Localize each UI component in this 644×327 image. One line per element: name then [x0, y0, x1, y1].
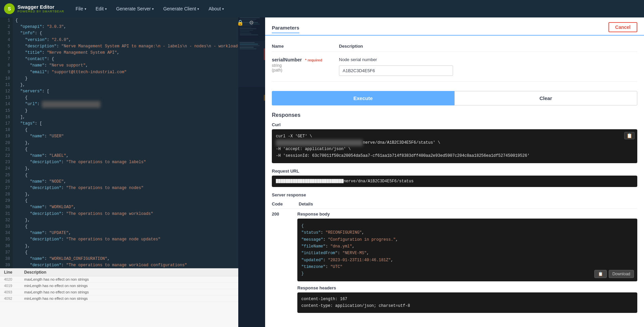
- svg-rect-8: [240, 28, 256, 29]
- param-name-label: serialNumber: [272, 57, 302, 62]
- rk-close-brace: }: [301, 271, 304, 276]
- svg-rect-17: [240, 47, 254, 48]
- request-url-blurred: ████████████████████████████: [276, 179, 344, 184]
- response-actions: 📋 Download: [594, 270, 634, 278]
- log-row: 4020maxLength has no effect on non strin…: [0, 276, 265, 283]
- param-name-value: serialNumber * required: [272, 57, 339, 62]
- col-description-header: Description: [339, 44, 637, 49]
- app-title: Swagger Editor: [17, 4, 64, 10]
- content-length-header: content-length: 167: [301, 297, 347, 301]
- log-row: 4019minLength has no effect on non strin…: [0, 283, 265, 289]
- curl-accept: -H 'accept: application/json' \: [276, 147, 351, 151]
- settings-icon[interactable]: ⚙: [248, 19, 255, 27]
- nav-file-arrow: ▾: [85, 7, 86, 11]
- params-table-header: Name Description: [272, 41, 637, 52]
- details-col-header: Details: [299, 201, 313, 206]
- cancel-button[interactable]: Cancel: [608, 22, 637, 32]
- log-row-desc: maxLength has no effect on non strings: [24, 277, 261, 281]
- curl-code-block: curl -X 'GET' \ ████████████████████████…: [272, 129, 637, 163]
- lock-icon[interactable]: 🔒: [236, 19, 245, 27]
- curl-command: curl -X 'GET' \: [276, 134, 312, 139]
- param-location: (path): [272, 68, 339, 73]
- responses-bottom-section: Responses Code Description Links: [272, 324, 637, 327]
- response-body-block: { "status": "RECONFIGURING", "message": …: [297, 219, 637, 281]
- request-url-block: ████████████████████████████nerve/dna/A1…: [272, 176, 637, 187]
- log-rows: 4020maxLength has no effect on non strin…: [0, 276, 265, 302]
- params-table: Name Description serialNumber * required…: [272, 41, 637, 82]
- rk-message: "message": [301, 237, 323, 242]
- responses-section-title: Responses: [272, 112, 637, 118]
- execute-area: Execute Clear: [272, 91, 637, 105]
- svg-rect-16: [240, 45, 260, 46]
- rv-status: "RECONFIGURING": [326, 230, 362, 235]
- request-url-section: Request URL ████████████████████████████…: [272, 169, 637, 187]
- response-copy-button[interactable]: 📋: [594, 270, 607, 278]
- params-title: Parameters: [272, 25, 299, 33]
- rk-status: "status": [301, 230, 321, 235]
- response-body-label: Response body: [297, 212, 637, 217]
- content-type-header: content-type: application/json; charset=…: [301, 303, 410, 308]
- param-name-cell: serialNumber * required string (path): [272, 57, 339, 73]
- param-required-label: * required: [305, 58, 322, 62]
- code-col-header: Code: [272, 201, 299, 206]
- log-desc-col: Description: [24, 270, 46, 275]
- rk-filename: "fileName": [301, 244, 326, 249]
- serial-number-input[interactable]: [339, 65, 453, 76]
- rk-timezone: "timezone": [301, 265, 326, 269]
- rk-initiatedfrom: "initiatedFrom": [301, 251, 338, 255]
- right-panel: Parameters Cancel Name Description seria…: [265, 17, 644, 327]
- app-subtitle: POWERED BY SMARTBEAR: [17, 10, 64, 13]
- code-area[interactable]: { "openapi": "3.0.3", "info": { "version…: [13, 17, 265, 268]
- response-detail: Response body { "status": "RECONFIGURING…: [297, 212, 637, 318]
- minimap: [238, 17, 265, 327]
- log-row-desc: maxLength has no effect on non strings: [24, 290, 261, 294]
- topnav: S Swagger Editor POWERED BY SMARTBEAR Fi…: [0, 0, 644, 17]
- swagger-logo-icon: S: [4, 3, 15, 14]
- nav-generate-server[interactable]: Generate Server ▾: [113, 4, 157, 13]
- logo-text-block: Swagger Editor POWERED BY SMARTBEAR: [17, 4, 64, 13]
- download-button[interactable]: Download: [609, 270, 634, 278]
- server-response-label: Server response: [272, 192, 637, 197]
- log-row-desc: minLength has no effect on non strings: [24, 296, 261, 300]
- editor-content[interactable]: 1234567891011121314151617181920212223242…: [0, 17, 265, 268]
- log-panel: Line Description 4020maxLength has no ef…: [0, 268, 265, 327]
- nav-generate-client-arrow: ▾: [197, 7, 199, 11]
- code-with-line-numbers: 1234567891011121314151617181920212223242…: [0, 17, 265, 268]
- curl-url-blurred: ████████████████████████████████████: [276, 140, 363, 146]
- nav-file[interactable]: File ▾: [72, 4, 90, 13]
- svg-rect-11: [240, 33, 251, 34]
- execute-button[interactable]: Execute: [272, 91, 454, 105]
- svg-rect-15: [240, 44, 258, 44]
- nav-edit[interactable]: Edit ▾: [92, 4, 110, 13]
- log-header: Line Description: [0, 269, 265, 276]
- response-row-200: 200 Response body { "status": "RECONFIGU…: [272, 212, 637, 318]
- log-row-line: 4020: [4, 277, 24, 281]
- editor-toolbar: 🔒 ⚙: [236, 19, 255, 27]
- svg-rect-9: [240, 30, 253, 31]
- request-url-label: Request URL: [272, 169, 637, 174]
- rv-timezone: "UTC": [330, 265, 342, 269]
- rv-updated: "2023-01-23T11:40:46.181Z": [328, 258, 391, 263]
- param-description: Node serial number: [339, 57, 637, 62]
- responses-section: Responses Curl curl -X 'GET' \ █████████…: [272, 109, 637, 324]
- curl-session: -H 'sessionId: 63c70011f50ca20054da5aa7-…: [276, 153, 530, 158]
- curl-copy-button[interactable]: 📋: [624, 132, 635, 139]
- response-status-code: 200: [272, 212, 292, 217]
- server-response-section: Server response Code Details 200 Respons…: [272, 192, 637, 318]
- svg-rect-1: [240, 17, 260, 18]
- rv-message: "Configuration in progress.": [328, 237, 396, 242]
- log-row-line: 4019: [4, 284, 24, 288]
- log-row: 4092minLength has no effect on non strin…: [0, 295, 265, 302]
- log-row: 4093maxLength has no effect on non strin…: [0, 289, 265, 295]
- response-headers-block: content-length: 167 content-type: applic…: [297, 292, 637, 313]
- log-row-desc: minLength has no effect on non strings: [24, 284, 261, 288]
- log-row-line: 4092: [4, 296, 24, 300]
- clear-button[interactable]: Clear: [454, 91, 638, 105]
- nav-generate-client[interactable]: Generate Client ▾: [160, 4, 202, 13]
- curl-url-suffix: nerve/dna/A1B2C3D4E5F6/status' \: [363, 140, 440, 145]
- response-table-header: Code Details: [272, 199, 637, 209]
- curl-section: Curl curl -X 'GET' \ ███████████████████…: [272, 122, 637, 163]
- nav-about[interactable]: About ▾: [205, 4, 227, 13]
- svg-rect-10: [240, 31, 250, 32]
- log-row-line: 4093: [4, 290, 24, 294]
